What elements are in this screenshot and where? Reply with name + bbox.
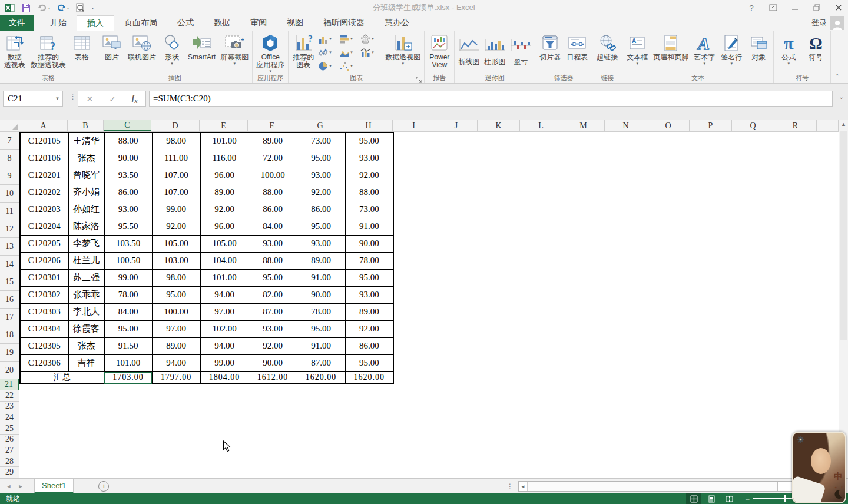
sign-in-link[interactable]: 登录 [811,18,827,28]
ribbon-display-options-icon[interactable] [768,3,778,12]
cell[interactable]: 王清华 [68,132,104,150]
enter-formula-icon[interactable]: ✓ [109,94,116,104]
cell[interactable]: 齐小娟 [68,184,104,201]
cell[interactable]: 100.50 [104,252,152,269]
collapse-ribbon-icon[interactable]: ⌃ [835,73,840,79]
cell[interactable]: 93.50 [104,167,152,184]
cell[interactable]: 97.00 [152,320,200,337]
sparkline-line-button[interactable]: 折线图 [456,31,482,74]
cell[interactable]: 曾晓军 [68,167,104,184]
cell[interactable]: 91.00 [297,337,345,354]
symbol-button[interactable]: Ω 符号 [802,31,829,74]
cell[interactable]: 张杰 [68,150,104,167]
print-preview-button[interactable] [75,2,85,14]
cell[interactable]: C120304 [20,320,68,337]
help-icon[interactable]: ? [747,3,756,12]
cell[interactable]: 92.00 [249,337,297,354]
cell[interactable]: 86.00 [345,337,393,354]
cell[interactable]: 111.00 [152,150,200,167]
radar-chart-button[interactable]: ▾ [360,32,382,46]
file-tab[interactable]: 文件 [0,15,34,31]
cell[interactable]: C120106 [20,150,68,167]
cell[interactable]: 吉祥 [68,354,104,372]
column-header-r[interactable]: R [774,120,817,131]
cell[interactable]: 86.00 [104,184,152,201]
cell[interactable]: 93.00 [297,167,345,184]
column-header-k[interactable]: K [478,120,520,131]
column-header-g[interactable]: G [296,120,344,131]
cell[interactable]: 95.50 [104,218,152,235]
cell[interactable]: 103.50 [104,235,152,252]
cell[interactable]: 78.00 [345,252,393,269]
normal-view-button[interactable] [686,493,701,504]
hyperlink-button[interactable]: 超链接 [594,31,621,74]
cell[interactable]: 84.00 [249,218,297,235]
bar-chart-button[interactable]: ▾ [339,32,360,46]
next-sheet-icon[interactable]: ► [13,483,28,489]
cell[interactable]: 107.00 [152,167,200,184]
cell[interactable]: C120203 [20,201,68,218]
cell[interactable]: 86.00 [297,201,345,218]
cell[interactable]: 97.00 [200,303,249,320]
insert-function-icon[interactable]: fx [132,94,138,104]
page-break-preview-button[interactable] [721,493,737,504]
cell[interactable]: 92.00 [297,184,345,201]
column-header-a[interactable]: A [19,120,68,131]
cell[interactable]: 95.00 [297,150,345,167]
ime-popup[interactable]: 中 。, [792,432,846,503]
horizontal-scrollbar-thumb[interactable] [527,482,778,491]
signature-line-button[interactable]: 签名行 ▾ [718,31,745,74]
cell[interactable]: 1797.00 [152,372,200,384]
column-header-e[interactable]: E [200,120,248,131]
column-header-i[interactable]: I [393,120,435,131]
cell[interactable]: C120305 [20,337,68,354]
cell[interactable]: 72.00 [249,150,297,167]
line-chart-button[interactable]: ▾ [318,46,339,59]
cell[interactable]: 93.00 [249,235,297,252]
row-header-20[interactable]: 20 [0,362,19,379]
ime-mode-indicator[interactable]: 中 [834,472,843,480]
cell[interactable]: 89.00 [249,132,297,150]
formula-bar-drag-dots[interactable]: ⋮ [69,92,77,101]
cell[interactable]: C120201 [20,167,68,184]
row-header-12[interactable]: 12 [0,220,19,238]
redo-dropdown-icon[interactable]: ▾ [67,6,69,10]
recommended-pivottables-button[interactable]: ? 推荐的 数据透视表 [28,31,68,74]
tab-bar-splitter[interactable]: ⋮ [506,482,514,490]
cell[interactable]: 95.00 [345,269,393,286]
summary-label[interactable]: 汇总 [20,372,104,384]
column-header-b[interactable]: B [68,120,104,131]
row-header-29[interactable]: 29 [0,467,19,478]
cell[interactable]: 95.00 [104,320,152,337]
ribbon-tab[interactable]: 慧办公 [375,15,419,31]
pivottable-button[interactable]: 数据 透视表 [1,31,28,74]
column-header-f[interactable]: F [248,120,296,131]
cell[interactable]: 91.00 [345,218,393,235]
column-chart-button[interactable]: ▾ [318,32,339,46]
ime-punct-indicator[interactable]: 。, [834,481,843,490]
column-header-n[interactable]: N [605,120,647,131]
qat-customize-icon[interactable]: ▾ [92,6,94,10]
cell[interactable]: 95.00 [345,132,393,150]
column-header-m[interactable]: M [562,120,605,131]
cancel-formula-icon[interactable]: ✕ [86,94,93,104]
cell[interactable]: 90.00 [297,286,345,303]
column-header-h[interactable]: H [344,120,393,131]
cell[interactable]: C120302 [20,286,68,303]
ribbon-tab[interactable]: 视图 [277,15,313,31]
row-header-15[interactable]: 15 [0,273,19,291]
page-layout-view-button[interactable] [704,493,719,504]
restore-icon[interactable] [812,3,822,12]
cell[interactable]: 92.00 [345,167,393,184]
cell[interactable]: 99.00 [200,354,249,372]
cell[interactable]: 96.00 [200,218,249,235]
scroll-up-icon[interactable]: ▲ [839,121,848,127]
ribbon-tab[interactable]: 福昕阅读器 [313,15,375,31]
screenshot-button[interactable]: + 屏幕截图 ▾ [218,31,251,74]
cell[interactable]: 1620.00 [297,372,345,384]
cell[interactable]: 89.00 [152,337,200,354]
row-header-24[interactable]: 24 [0,412,19,423]
column-header-c[interactable]: C [104,120,151,131]
column-header-p[interactable]: P [690,120,732,131]
combo-chart-button[interactable]: ▾ [360,46,382,59]
